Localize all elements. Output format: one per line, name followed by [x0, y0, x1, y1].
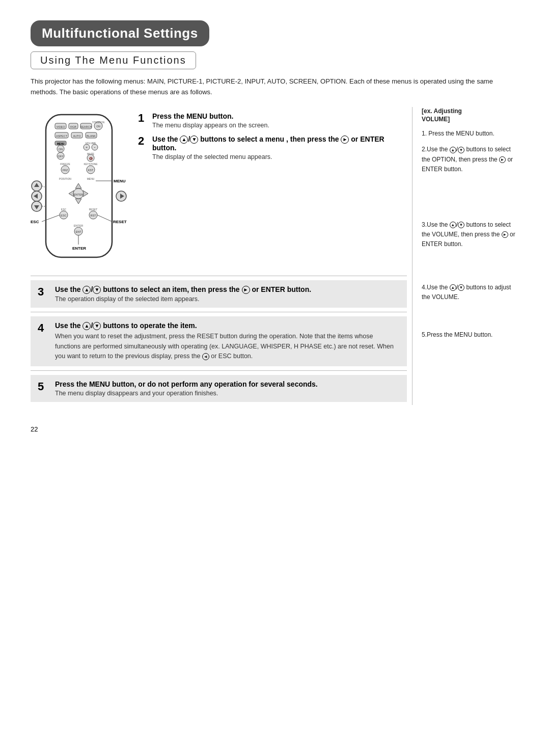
step-4-number: 4	[38, 321, 50, 335]
right-item-3: 3.Use the ▲/▼ buttons to select the VOLU…	[422, 220, 519, 250]
step-3-title: Use the ▲/▼ buttons to select an item, t…	[55, 285, 311, 294]
svg-text:MENU: MENU	[114, 179, 126, 183]
step-4-content: Use the ▲/▼ buttons to operate the item.…	[55, 321, 400, 361]
svg-marker-38	[75, 183, 81, 188]
svg-text:ESC: ESC	[61, 214, 66, 217]
svg-text:ESC: ESC	[61, 208, 67, 211]
svg-text:ON: ON	[96, 125, 100, 128]
step-3-number: 3	[38, 285, 50, 299]
svg-marker-39	[75, 199, 81, 204]
section-title-box: Using The Menu Functions	[31, 51, 196, 69]
step-5-content: Press the MENU button, or do not perform…	[55, 380, 318, 397]
top-area: VIDEO RGB SEARCH ON STD/STION ASPECT	[31, 107, 407, 272]
svg-text:ESC: ESC	[31, 220, 39, 224]
svg-text:POSITION: POSITION	[59, 177, 71, 180]
svg-text:FRZ: FRZ	[63, 169, 68, 172]
step-2-area: 2 Use the ▲/▼ buttons to select a menu ,…	[138, 135, 407, 160]
right-column: [ex. AdjustingVOLUME] 1. Press the MENU …	[413, 107, 519, 406]
step-1-title: Press the MENU button.	[152, 112, 269, 120]
svg-text:BLANK: BLANK	[87, 134, 96, 138]
svg-text:VIDEO: VIDEO	[56, 125, 65, 128]
svg-text:KST: KST	[88, 169, 94, 172]
steps-1-2: 1 Press the MENU button. The menu displa…	[138, 107, 407, 272]
svg-text:AUTO: AUTO	[73, 134, 81, 138]
right-item-2: 2.Use the ▲/▼ buttons to select the OPTI…	[422, 145, 519, 174]
svg-text:ENTER: ENTER	[74, 193, 84, 196]
svg-line-65	[42, 215, 60, 222]
svg-text:MENU: MENU	[57, 142, 65, 145]
svg-text:RESET: RESET	[89, 208, 98, 211]
step-1-desc: The menu display appears on the screen.	[152, 122, 269, 129]
step-5-desc: The menu display disappears and your ope…	[55, 390, 318, 397]
step-1-area: 1 Press the MENU button. The menu displa…	[138, 112, 407, 129]
svg-line-67	[97, 215, 112, 222]
svg-text:ASPECT: ASPECT	[56, 134, 68, 138]
right-item-1: 1. Press the MENU button.	[422, 129, 519, 139]
page-header: Multifunctional Settings	[31, 20, 209, 46]
step-4-title: Use the ▲/▼ buttons to operate the item.	[55, 321, 400, 330]
divider-2	[31, 312, 407, 312]
step-1-number: 1	[138, 112, 148, 129]
svg-text:FREEZE: FREEZE	[60, 163, 70, 166]
step-5-number: 5	[38, 380, 50, 393]
svg-text:+: +	[86, 146, 88, 149]
step-1-content: Press the MENU button. The menu display …	[152, 112, 269, 129]
svg-text:MENU: MENU	[87, 177, 95, 180]
svg-text:🔇: 🔇	[89, 156, 93, 160]
divider-1	[31, 276, 407, 276]
main-content-area: VIDEO RGB SEARCH ON STD/STION ASPECT	[31, 107, 519, 406]
svg-text:SEARCH: SEARCH	[80, 125, 92, 128]
svg-text:ENTER: ENTER	[74, 224, 84, 227]
step-2-title: Use the ▲/▼ buttons to select a menu , t…	[152, 135, 407, 152]
svg-text:-: -	[94, 145, 96, 150]
page-number-area: 22	[31, 425, 519, 433]
step-2-desc: The display of the selected menu appears…	[152, 153, 407, 160]
step-4-block: 4 Use the ▲/▼ buttons to operate the ite…	[31, 316, 407, 366]
remote-illustration: VIDEO RGB SEARCH ON STD/STION ASPECT	[31, 112, 130, 272]
step-3-content: Use the ▲/▼ buttons to select an item, t…	[55, 285, 311, 303]
svg-text:RESET: RESET	[113, 220, 127, 224]
step-5-title: Press the MENU button, or do not perform…	[55, 380, 318, 388]
page-number: 22	[31, 425, 38, 433]
svg-text:ENT: ENT	[76, 230, 82, 233]
svg-text:OFF: OFF	[58, 155, 64, 158]
svg-text:ON: ON	[59, 148, 63, 151]
page-wrapper: Multifunctional Settings Using The Menu …	[31, 20, 519, 433]
right-col-header: [ex. AdjustingVOLUME]	[422, 107, 519, 124]
divider-3	[31, 370, 407, 371]
step-2-number: 2	[138, 135, 148, 160]
page-title: Multifunctional Settings	[42, 25, 198, 41]
svg-text:KEYSTONE: KEYSTONE	[84, 163, 98, 166]
steps-main: VIDEO RGB SEARCH ON STD/STION ASPECT	[31, 107, 407, 406]
step-5-block: 5 Press the MENU button, or do not perfo…	[31, 375, 407, 402]
section-title: Using The Menu Functions	[40, 55, 186, 66]
svg-text:RGB: RGB	[70, 125, 76, 128]
svg-text:RST: RST	[91, 214, 97, 217]
right-item-4: 4.Use the ▲/▼ buttons to adjust the VOLU…	[422, 283, 519, 302]
step-3-block: 3 Use the ▲/▼ buttons to select an item,…	[31, 280, 407, 308]
svg-text:STD/STION: STD/STION	[92, 121, 104, 124]
right-item-5: 5.Press the MENU button.	[422, 330, 519, 340]
step-4-desc: When you want to reset the adjustment, p…	[55, 332, 400, 361]
step-3-desc: The operation display of the selected it…	[55, 295, 311, 303]
remote-svg: VIDEO RGB SEARCH ON STD/STION ASPECT	[31, 112, 127, 270]
intro-text: This projector has the following menus: …	[31, 76, 519, 98]
step-2-content: Use the ▲/▼ buttons to select a menu , t…	[152, 135, 407, 160]
svg-text:ENTER: ENTER	[72, 246, 86, 251]
